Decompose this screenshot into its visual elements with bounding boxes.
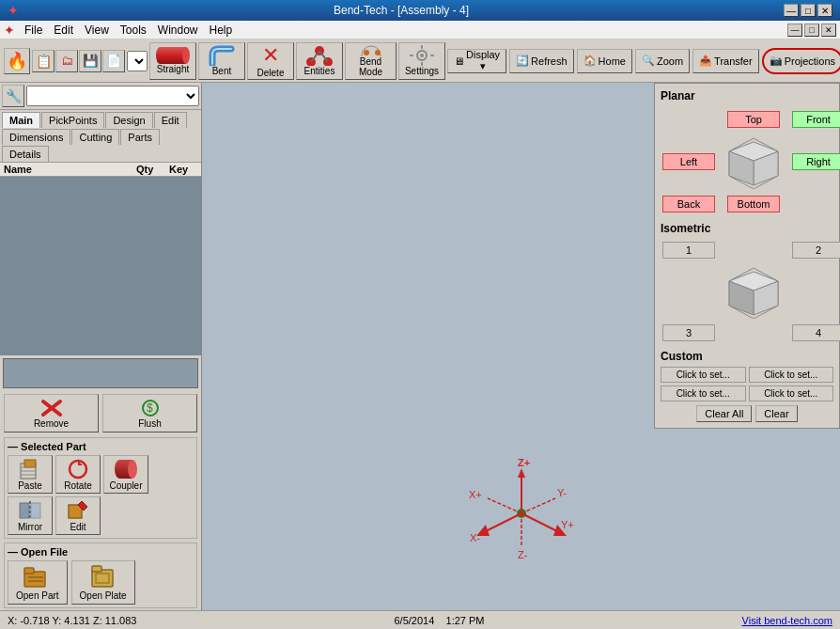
isometric-grid: 1 2 [661, 239, 833, 344]
custom-3-button[interactable]: Click to set... [661, 385, 746, 401]
zoom-button[interactable]: 🔍 Zoom [635, 49, 690, 73]
svg-point-30 [128, 460, 137, 479]
zoom-icon: 🔍 [642, 55, 655, 67]
delete-button[interactable]: ✕ Delete [247, 42, 294, 80]
maximize-button[interactable]: □ [801, 4, 816, 17]
menu-window[interactable]: Window [152, 23, 204, 38]
projections-icon: 📷 [770, 55, 783, 67]
planar-title: Planar [661, 89, 833, 102]
svg-rect-33 [31, 503, 40, 518]
part-select-1[interactable] [127, 51, 148, 71]
bend-mode-icon [357, 45, 385, 56]
rotate-label: Rotate [64, 480, 91, 491]
entities-button[interactable]: Entities [296, 42, 343, 80]
edit-label: Edit [70, 522, 86, 532]
menu-view[interactable]: View [79, 23, 115, 38]
projections-button[interactable]: 📷 Projections [762, 48, 840, 74]
svg-point-2 [182, 47, 190, 64]
new-button[interactable]: 🔥 [4, 48, 30, 74]
table-area[interactable] [0, 177, 201, 355]
mirror-icon [17, 499, 43, 522]
canvas-area[interactable]: Z+ Z- X- Y+ Y- X+ [202, 83, 840, 610]
rotate-button[interactable]: Rotate [55, 455, 101, 494]
iso-4-button[interactable]: 4 [792, 324, 840, 341]
iso-1-button[interactable]: 1 [662, 242, 715, 259]
delete-icon: ✕ [262, 43, 279, 68]
toolbar-btn-2[interactable]: 🗂 [55, 50, 78, 72]
mdi-close-button[interactable]: ✕ [821, 24, 836, 37]
flush-button[interactable]: $ Flush [102, 394, 197, 432]
left-panel: 🔧 Main PickPoints Design Edit Dimensions… [0, 83, 202, 610]
coupler-icon [113, 458, 139, 480]
transfer-button[interactable]: 📤 Transfer [692, 49, 759, 73]
open-part-label: Open Part [16, 590, 59, 601]
icon-1: 📋 [36, 54, 52, 69]
remove-button[interactable]: Remove [4, 394, 99, 432]
mdi-restore-button[interactable]: □ [804, 24, 819, 37]
close-button[interactable]: ✕ [817, 4, 832, 17]
iso-2-button[interactable]: 2 [792, 242, 840, 259]
open-part-button[interactable]: Open Part [8, 560, 68, 605]
part-select-2[interactable] [26, 86, 199, 106]
bent-button[interactable]: Bent [198, 42, 245, 80]
menu-tools[interactable]: Tools [115, 23, 152, 38]
toolbar-btn-4[interactable]: 📄 [102, 50, 125, 72]
custom-2-button[interactable]: Click to set... [749, 367, 834, 383]
mirror-label: Mirror [18, 522, 42, 532]
toolbar-btn-3[interactable]: 💾 [79, 50, 101, 72]
custom-1-button[interactable]: Click to set... [661, 367, 746, 383]
bottom-button[interactable]: Bottom [727, 196, 780, 212]
col-key-header: Key [169, 164, 197, 175]
open-plate-button[interactable]: Open Plate [71, 560, 135, 605]
tab-parts[interactable]: Parts [120, 129, 160, 145]
projections-label: Projections [785, 55, 835, 67]
left-button[interactable]: Left [662, 153, 715, 170]
svg-line-56 [521, 498, 555, 513]
remove-label: Remove [34, 418, 69, 429]
edit-button[interactable]: Edit [55, 496, 101, 535]
straight-button[interactable]: Straight [149, 42, 196, 80]
svg-text:Z-: Z- [518, 549, 528, 560]
mirror-button[interactable]: Mirror [8, 496, 53, 535]
tab-dimensions[interactable]: Dimensions [2, 129, 70, 145]
clear-all-button[interactable]: Clear All [696, 405, 752, 422]
back-button[interactable]: Back [662, 196, 715, 212]
tab-main[interactable]: Main [2, 112, 40, 128]
tab-design[interactable]: Design [105, 112, 152, 128]
remove-icon [39, 398, 64, 418]
iso-3-button[interactable]: 3 [662, 324, 715, 341]
planar-grid: Top Front Left [661, 107, 833, 216]
refresh-button[interactable]: 🔄 Refresh [509, 49, 574, 73]
right-button[interactable]: Right [792, 153, 840, 170]
home-button[interactable]: 🏠 Home [577, 49, 632, 73]
entities-icon [305, 45, 334, 66]
website-link[interactable]: Visit bend-tech.com [742, 615, 832, 626]
tab-cutting[interactable]: Cutting [71, 129, 119, 145]
menu-help[interactable]: Help [204, 23, 239, 38]
tab-pickpoints[interactable]: PickPoints [41, 112, 104, 128]
svg-line-53 [521, 513, 559, 532]
minimize-button[interactable]: — [784, 4, 799, 17]
toolbar-btn-1[interactable]: 📋 [32, 50, 54, 72]
coupler-button[interactable]: Coupler [103, 455, 148, 494]
mdi-minimize-button[interactable]: — [787, 24, 802, 37]
front-button[interactable]: Front [792, 111, 840, 128]
settings-button[interactable]: Settings [398, 42, 445, 80]
bend-mode-button[interactable]: Bend Mode [345, 42, 397, 80]
selected-part-title: — Selected Part [8, 441, 194, 452]
home-icon: 🏠 [583, 55, 597, 67]
top-button[interactable]: Top [727, 111, 780, 128]
icon-2: 🗂 [61, 54, 73, 68]
tab-edit[interactable]: Edit [154, 112, 187, 128]
clear-button[interactable]: Clear [755, 405, 797, 422]
custom-4-button[interactable]: Click to set... [749, 385, 834, 401]
paste-button[interactable]: Paste [8, 455, 53, 494]
open-file-title: — Open File [8, 546, 194, 558]
svg-text:X-: X- [470, 532, 480, 543]
tab-details[interactable]: Details [2, 146, 49, 162]
left-icon-btn[interactable]: 🔧 [2, 85, 24, 107]
menu-file[interactable]: File [19, 23, 48, 38]
display-button[interactable]: 🖥 Display ▾ [447, 49, 506, 73]
entities-label: Entities [304, 66, 335, 76]
menu-edit[interactable]: Edit [48, 23, 79, 38]
